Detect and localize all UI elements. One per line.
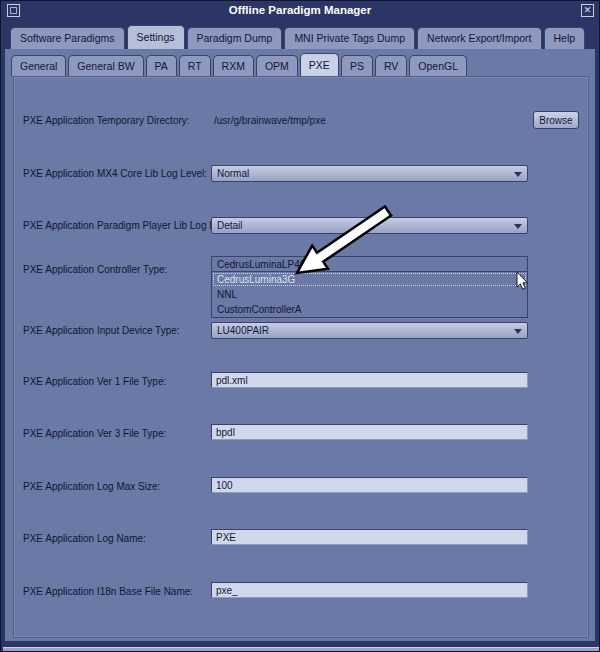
input-device-type-combobox[interactable]: LU400PAIR	[211, 322, 528, 339]
input-device-type-value: LU400PAIR	[217, 325, 269, 336]
close-icon[interactable]: ✕	[581, 4, 594, 17]
window-menu-icon[interactable]	[7, 4, 20, 17]
ver3-file-type-input[interactable]	[211, 424, 528, 440]
controller-option-nnl[interactable]: NNL	[212, 287, 527, 302]
tab-settings[interactable]: Settings	[127, 25, 185, 49]
chevron-down-icon	[514, 224, 522, 229]
log-max-size-label: PXE Application Log Max Size:	[23, 481, 160, 492]
tab-rv[interactable]: RV	[375, 55, 407, 76]
tab-rxm[interactable]: RXM	[213, 55, 254, 76]
chevron-down-icon	[514, 172, 522, 177]
controller-option-cedrusluminalp400[interactable]: CedrusLuminaLP400	[212, 257, 527, 272]
tab-ps[interactable]: PS	[341, 55, 373, 76]
bottom-panel-edge	[1, 641, 599, 652]
player-log-level-combobox[interactable]: Detail	[211, 217, 528, 234]
log-name-input[interactable]	[211, 529, 528, 545]
tab-pxe[interactable]: PXE	[300, 53, 339, 76]
tab-software-paradigms[interactable]: Software Paradigms	[10, 27, 125, 49]
mx4-log-level-value: Normal	[217, 168, 249, 179]
controller-type-label: PXE Application Controller Type:	[23, 264, 167, 275]
controller-option-customcontrollera[interactable]: CustomControllerA	[212, 302, 527, 317]
tab-pa[interactable]: PA	[146, 55, 177, 76]
temporary-directory-value: /usr/g/brainwave/tmp/pxe	[214, 115, 326, 126]
tab-rt[interactable]: RT	[179, 55, 211, 76]
settings-page: General General BW PA RT RXM OPM PXE PS …	[5, 49, 595, 641]
player-log-level-label: PXE Application Paradigm Player Lib Log …	[23, 220, 236, 231]
player-log-level-value: Detail	[217, 220, 243, 231]
ver1-file-type-input[interactable]	[211, 372, 528, 388]
tab-general-bw[interactable]: General BW	[68, 55, 143, 76]
ver1-file-type-label: PXE Application Ver 1 File Type:	[23, 376, 166, 387]
log-max-size-input[interactable]	[211, 477, 528, 493]
tab-help[interactable]: Help	[544, 27, 586, 49]
tab-network-export-import[interactable]: Network Export/Import	[417, 27, 541, 49]
tab-opengl[interactable]: OpenGL	[409, 55, 467, 76]
tab-opm[interactable]: OPM	[256, 55, 298, 76]
pxe-settings-panel	[13, 76, 589, 638]
controller-type-listbox: CedrusLuminaLP400 CedrusLumina3G NNL Cus…	[211, 256, 528, 318]
log-name-label: PXE Application Log Name:	[23, 533, 146, 544]
app-window: Offline Paradigm Manager ✕ Software Para…	[0, 0, 600, 652]
tab-general[interactable]: General	[11, 55, 66, 76]
title-bar: Offline Paradigm Manager ✕	[1, 1, 599, 19]
temporary-directory-label: PXE Application Temporary Directory:	[23, 115, 190, 126]
browse-button[interactable]: Browse	[533, 111, 579, 129]
chevron-down-icon	[514, 329, 522, 334]
tab-mni-private-tags-dump[interactable]: MNI Private Tags Dump	[284, 27, 415, 49]
ver3-file-type-label: PXE Application Ver 3 File Type:	[23, 428, 166, 439]
primary-tab-bar: Software Paradigms Settings Paradigm Dum…	[1, 19, 599, 49]
tab-paradigm-dump[interactable]: Paradigm Dump	[187, 27, 283, 49]
i18n-base-file-name-label: PXE Application I18n Base File Name:	[23, 586, 193, 597]
input-device-type-label: PXE Application Input Device Type:	[23, 325, 180, 336]
mx4-log-level-label: PXE Application MX4 Core Lib Log Level:	[23, 168, 207, 179]
controller-option-cedruslumina3g[interactable]: CedrusLumina3G	[212, 272, 527, 287]
window-title: Offline Paradigm Manager	[1, 4, 599, 16]
i18n-base-file-name-input[interactable]	[211, 582, 528, 598]
mx4-log-level-combobox[interactable]: Normal	[211, 165, 528, 182]
secondary-tab-bar: General General BW PA RT RXM OPM PXE PS …	[11, 53, 469, 76]
